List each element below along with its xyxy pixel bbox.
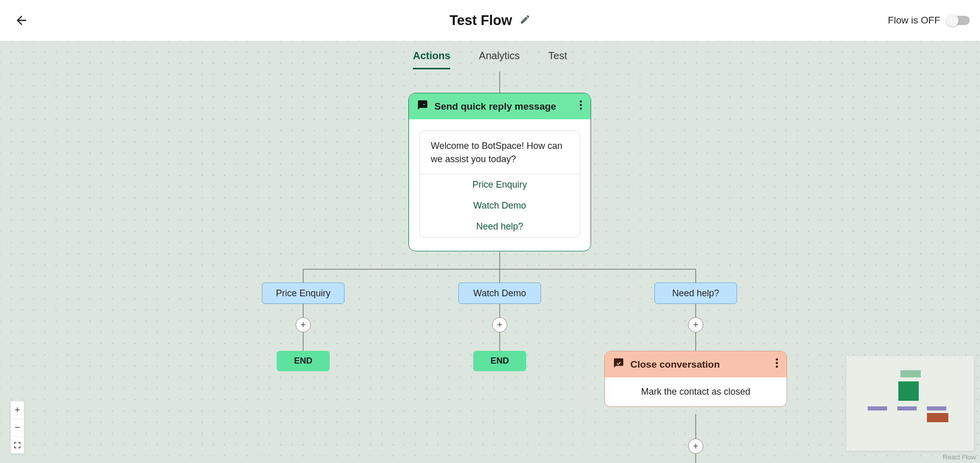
- preview-option-2[interactable]: Watch Demo: [420, 195, 580, 216]
- minimap-shape: [868, 406, 887, 410]
- zoom-out-button[interactable]: −: [11, 419, 24, 436]
- end-node-2[interactable]: END: [473, 351, 526, 371]
- flow-toggle[interactable]: [947, 16, 970, 25]
- preview-option-1[interactable]: Price Enquiry: [420, 174, 580, 195]
- minimap-shape: [927, 406, 946, 410]
- node-menu-button[interactable]: [579, 100, 582, 113]
- end-node-1[interactable]: END: [277, 351, 330, 371]
- quick-reply-body: Welcome to BotSpace! How can we assist y…: [409, 119, 591, 251]
- pencil-icon: [519, 14, 530, 25]
- quick-reply-title: Send quick reply message: [434, 101, 556, 112]
- flow-status-label: Flow is OFF: [888, 15, 940, 26]
- header-bar: Test Flow Flow is OFF: [0, 0, 980, 41]
- title-wrap: Test Flow: [450, 13, 531, 29]
- quick-reply-header: Send quick reply message: [409, 93, 591, 119]
- add-step-button-2[interactable]: +: [492, 317, 507, 332]
- fullscreen-icon: [13, 441, 21, 449]
- branch-pill-need-help[interactable]: Need help?: [654, 282, 737, 304]
- nodes-layer: Send quick reply message Welcome to BotS…: [0, 41, 980, 463]
- quick-reply-node[interactable]: Send quick reply message Welcome to BotS…: [408, 93, 591, 251]
- minimap[interactable]: [846, 356, 974, 451]
- flow-canvas[interactable]: Actions Analytics Test: [0, 41, 980, 463]
- flow-toggle-wrap: Flow is OFF: [888, 15, 970, 26]
- node-menu-button-2[interactable]: [775, 358, 778, 371]
- close-conversation-title: Close conversation: [630, 359, 720, 370]
- svg-point-15: [580, 104, 582, 106]
- svg-point-16: [580, 108, 582, 110]
- svg-point-17: [776, 358, 778, 361]
- quick-reply-icon: [417, 99, 428, 113]
- react-flow-attribution: React Flow: [943, 453, 976, 461]
- toggle-knob: [946, 14, 959, 27]
- minimap-shape: [897, 406, 917, 410]
- tab-test[interactable]: Test: [548, 50, 567, 69]
- back-button[interactable]: [14, 13, 29, 28]
- tab-analytics[interactable]: Analytics: [479, 50, 520, 69]
- arrow-back-icon: [14, 13, 29, 28]
- message-preview-card: Welcome to BotSpace! How can we assist y…: [419, 131, 580, 238]
- minimap-shape: [927, 413, 948, 422]
- add-step-button-1[interactable]: +: [296, 317, 311, 332]
- close-conversation-body: Mark the contact as closed: [605, 377, 787, 406]
- more-vert-icon: [775, 358, 778, 368]
- preview-message-text: Welcome to BotSpace! How can we assist y…: [420, 131, 580, 174]
- zoom-in-button[interactable]: +: [11, 401, 24, 419]
- minimap-shape: [900, 370, 921, 377]
- svg-point-18: [776, 362, 778, 364]
- close-conversation-header: Close conversation: [605, 351, 787, 377]
- preview-option-3[interactable]: Need help?: [420, 216, 580, 237]
- minimap-shape: [898, 381, 919, 401]
- tabs: Actions Analytics Test: [413, 50, 567, 69]
- zoom-controls: + −: [10, 401, 24, 454]
- flow-title: Test Flow: [450, 13, 512, 29]
- branch-pill-price-enquiry[interactable]: Price Enquiry: [262, 282, 345, 304]
- branch-pill-watch-demo[interactable]: Watch Demo: [458, 282, 541, 304]
- edit-title-button[interactable]: [519, 14, 530, 27]
- add-step-button-4[interactable]: +: [688, 439, 703, 454]
- fit-view-button[interactable]: [11, 436, 24, 453]
- svg-point-19: [776, 366, 778, 368]
- add-step-button-3[interactable]: +: [688, 317, 703, 332]
- close-conversation-icon: [613, 357, 624, 371]
- svg-point-14: [580, 100, 582, 102]
- more-vert-icon: [579, 100, 582, 110]
- close-conversation-node[interactable]: Close conversation Mark the contact as c…: [604, 351, 787, 407]
- tab-actions[interactable]: Actions: [413, 50, 450, 69]
